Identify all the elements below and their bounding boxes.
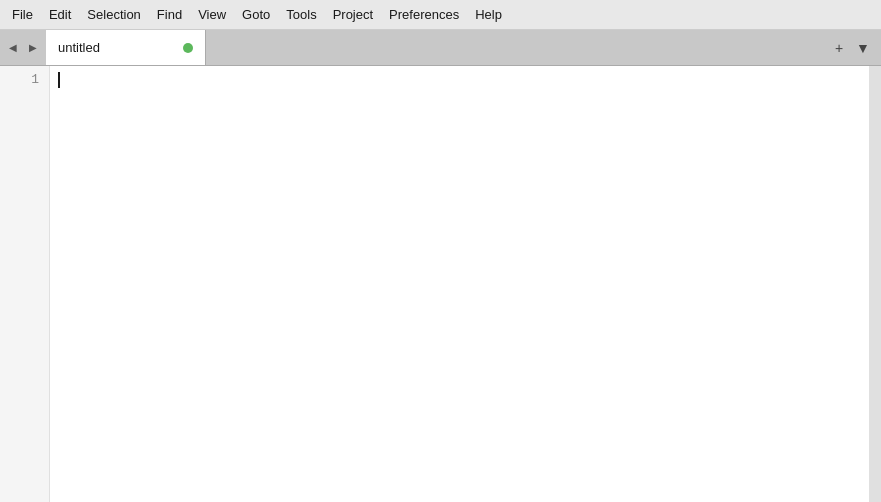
scrollbar-vertical[interactable]	[869, 66, 881, 502]
tab-saved-indicator	[183, 43, 193, 53]
menu-tools[interactable]: Tools	[278, 3, 324, 26]
nav-back-button[interactable]: ◀	[4, 39, 22, 57]
editor-container: 1	[0, 66, 881, 502]
line-number-1: 1	[0, 70, 39, 90]
tab-nav-buttons: ◀ ▶	[0, 39, 46, 57]
tabbar-actions: + ▼	[821, 38, 881, 58]
add-tab-button[interactable]: +	[829, 38, 849, 58]
tab-dropdown-button[interactable]: ▼	[853, 38, 873, 58]
line-numbers: 1	[0, 66, 50, 502]
menu-project[interactable]: Project	[325, 3, 381, 26]
menu-file[interactable]: File	[4, 3, 41, 26]
menu-help[interactable]: Help	[467, 3, 510, 26]
menu-edit[interactable]: Edit	[41, 3, 79, 26]
tab-title: untitled	[58, 40, 177, 55]
menu-view[interactable]: View	[190, 3, 234, 26]
menu-preferences[interactable]: Preferences	[381, 3, 467, 26]
editor-content[interactable]	[50, 66, 869, 502]
text-cursor	[58, 72, 60, 88]
menu-selection[interactable]: Selection	[79, 3, 148, 26]
cursor-line	[58, 70, 861, 90]
menu-goto[interactable]: Goto	[234, 3, 278, 26]
menu-find[interactable]: Find	[149, 3, 190, 26]
nav-forward-button[interactable]: ▶	[24, 39, 42, 57]
tab-untitled[interactable]: untitled	[46, 30, 206, 65]
tabbar: ◀ ▶ untitled + ▼	[0, 30, 881, 66]
menubar: File Edit Selection Find View Goto Tools…	[0, 0, 881, 30]
